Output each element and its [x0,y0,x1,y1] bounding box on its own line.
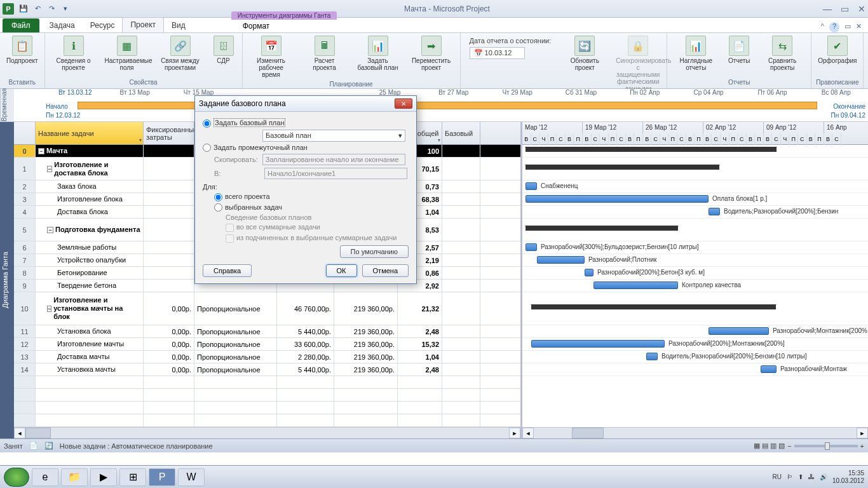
move-project-button[interactable]: ➡Переместить проект [407,34,456,72]
accrual-cell[interactable]: Пропорциональное [194,338,277,350]
tab-view[interactable]: Вид [164,18,193,32]
spelling-button[interactable]: ✔Орфография [815,34,859,65]
task-name-cell[interactable]: Установкка мачты [36,363,144,376]
col-base[interactable]: Базовый [442,122,480,144]
project-info-button[interactable]: ℹСведения о проекте [49,34,98,72]
pct-cell[interactable]: 15,32 [398,338,442,350]
set-baseline-button[interactable]: 📊Задать базовый план [353,34,403,72]
task-name-cell[interactable]: Изготовление блока [36,193,144,205]
accrual-cell[interactable]: Пропорциональное [194,351,277,363]
task-name-cell[interactable]: Твердение бетона [36,280,144,292]
task-name-cell[interactable]: −Изготовление и доставка блока [36,158,144,180]
ribbon-minimize-icon[interactable]: ^ [821,22,824,32]
pct-cell[interactable]: 2,48 [398,325,442,337]
pct-cell[interactable]: 21,32 [398,292,442,325]
gantt-scroll-left-icon[interactable]: ◄ [522,428,534,438]
gantt-scroll-h[interactable]: ◄ ► [522,427,868,438]
task-name-cell[interactable]: Земляные работы [36,241,144,254]
fixed-cost-cell[interactable] [144,254,194,266]
row-id[interactable]: 8 [14,267,36,279]
fixed-cost-cell[interactable] [144,180,194,193]
scroll-left-icon[interactable]: ◄ [14,428,25,438]
calc-project-button[interactable]: 🖩Расчет проекта [300,34,349,72]
compare-projects-button[interactable]: ⇆Сравнить проекты [757,34,807,72]
task-name-cell[interactable]: −Изготовление и установка мачты на блок [36,292,144,325]
visual-reports-button[interactable]: 📊Наглядные отчеты [671,34,721,72]
default-button[interactable]: По умолчанию [340,245,409,258]
pct-cell[interactable]: 2,48 [398,363,442,376]
fixed-cost-cell[interactable] [144,206,194,218]
task-name-cell[interactable]: −Подготовка фундамента [36,219,144,241]
task-bar[interactable] [709,208,720,215]
base-cell[interactable] [442,338,480,350]
row-id[interactable]: 10 [14,292,36,325]
base-cell[interactable] [442,145,480,157]
total-cell[interactable]: 219 360,00р. [334,363,398,376]
accrual-cell[interactable]: Пропорциональное [194,325,277,337]
base-cell[interactable] [442,351,480,363]
zoom-slider[interactable] [794,445,858,447]
gantt-scroll-right-icon[interactable]: ► [857,428,868,438]
cost-cell[interactable]: 2 280,00р. [277,351,334,363]
base-cell[interactable] [442,219,480,241]
task-name-cell[interactable]: Доставка блока [36,206,144,218]
close-icon[interactable]: ✕ [858,4,865,14]
tray-flag-icon[interactable]: 🏳 [787,473,793,480]
view-buttons[interactable]: ▦ ▤ ▥ ▧ [754,442,785,450]
fixed-cost-cell[interactable] [144,241,194,254]
cost-cell[interactable]: 5 440,00р. [277,325,334,337]
base-cell[interactable] [442,325,480,337]
row-id[interactable]: 2 [14,180,36,193]
task-bar[interactable] [531,340,665,348]
taskbar-app-icon[interactable]: ⊞ [119,468,146,486]
status-date-field[interactable]: 📅 10.03.12 [470,47,526,59]
dialog-close-icon[interactable]: ✕ [395,98,412,109]
summary-bar[interactable] [526,165,719,170]
zoom-in-icon[interactable]: + [860,442,864,450]
col-fixed[interactable]: Фиксированные затраты [144,122,194,144]
total-cell[interactable]: 219 360,00р. [334,292,398,325]
radio-for-all[interactable]: всего проекта [214,193,409,201]
task-name-cell[interactable]: Устройство опалубки [36,254,144,266]
summary-bar[interactable] [531,304,776,309]
base-cell[interactable] [442,193,480,205]
base-cell[interactable] [442,280,480,292]
radio-set-baseline[interactable]: Задать базовый план [203,119,409,128]
subproject-button[interactable]: 📋Подпроект [4,34,41,65]
save-icon[interactable]: 💾 [18,3,29,15]
task-bar[interactable] [593,281,678,289]
baseline-select[interactable]: Базовый план ▾ [262,130,405,142]
help-button[interactable]: Справка [203,264,252,277]
fixed-cost-cell[interactable]: 0,00р. [144,325,194,337]
base-cell[interactable] [442,292,480,325]
total-cell[interactable]: 219 360,00р. [334,338,398,350]
outline-toggle-icon[interactable]: − [47,227,53,233]
task-bar[interactable] [585,269,593,276]
base-cell[interactable] [442,241,480,254]
base-cell[interactable] [442,267,480,279]
tray-sound-icon[interactable]: 🔊 [820,473,827,480]
tab-project[interactable]: Проект [122,17,164,32]
fixed-cost-cell[interactable] [144,193,194,205]
row-id[interactable]: 9 [14,280,36,292]
tab-resource[interactable]: Ресурс [83,18,123,32]
fixed-cost-cell[interactable] [144,267,194,279]
taskbar-ie-icon[interactable]: e [32,468,58,486]
cost-cell[interactable]: 5 440,00р. [277,363,334,376]
ok-button[interactable]: ОК [326,264,357,277]
taskbar-media-icon[interactable]: ▶ [90,468,117,486]
row-id[interactable]: 4 [14,206,36,218]
task-bar[interactable] [646,353,658,360]
undo-icon[interactable]: ↶ [32,3,43,15]
total-cell[interactable]: 219 360,00р. [334,325,398,337]
summary-bar[interactable] [526,147,776,152]
scroll-thumb[interactable] [25,428,51,438]
base-cell[interactable] [442,180,480,193]
row-id[interactable]: 13 [14,351,36,363]
tray-updates-icon[interactable]: ⬆ [798,473,803,480]
task-bar[interactable] [709,327,769,335]
help-icon[interactable]: ? [829,22,839,32]
fixed-cost-cell[interactable]: 0,00р. [144,363,194,376]
newtask-mode-icon[interactable]: 🔄 [44,442,53,450]
cost-cell[interactable]: 46 760,00р. [277,292,334,325]
